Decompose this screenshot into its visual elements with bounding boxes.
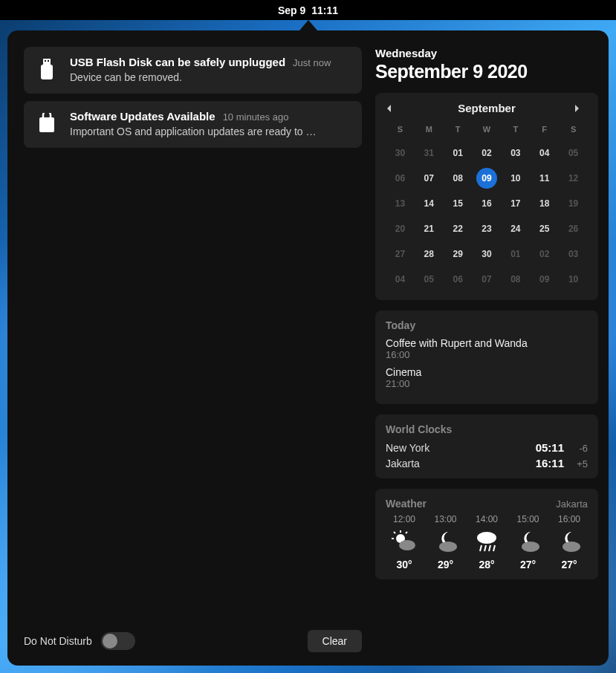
event-title: Cinema — [386, 366, 588, 378]
calendar-day[interactable]: 08 — [444, 166, 473, 190]
topbar-time[interactable]: 11:11 — [311, 4, 338, 16]
calendar-day[interactable]: 11 — [530, 166, 559, 190]
clear-button[interactable]: Clear — [308, 630, 362, 652]
svg-rect-2 — [48, 60, 49, 62]
forecast-temp: 27° — [561, 559, 577, 570]
weather-forecast: 12:0030°13:0029°14:0028°15:0027°16:0027° — [386, 514, 588, 570]
calendar-prev-button[interactable] — [386, 104, 401, 113]
weather-card[interactable]: Weather Jakarta 12:0030°13:0029°14:0028°… — [375, 489, 598, 579]
calendar-day[interactable]: 09 — [530, 267, 559, 291]
date-full: September 9 2020 — [375, 61, 598, 82]
svg-point-10 — [399, 540, 415, 550]
calendar-pane: Wednesday September 9 2020 September SMT… — [375, 47, 598, 652]
calendar-day[interactable]: 06 — [444, 267, 473, 291]
calendar-day[interactable]: 05 — [559, 141, 588, 165]
calendar-day[interactable]: 04 — [386, 267, 415, 291]
forecast-time: 13:00 — [434, 514, 456, 524]
weather-night-cloud-icon — [557, 529, 582, 554]
calendar-day[interactable]: 07 — [473, 267, 502, 291]
notifications-footer: Do Not Disturb Clear — [24, 624, 362, 652]
event-time: 16:00 — [386, 349, 588, 360]
forecast-temp: 30° — [396, 559, 412, 570]
notification-title: USB Flash Disk can be safely unplugged — [70, 56, 285, 68]
calendar-day[interactable]: 14 — [415, 192, 444, 215]
forecast-item: 15:0027° — [510, 514, 547, 570]
world-clock-row[interactable]: New York05:11-6 — [386, 441, 588, 454]
calendar-day[interactable]: 28 — [415, 242, 444, 266]
calendar-month-label: September — [458, 102, 516, 114]
event-item[interactable]: Cinema21:00 — [386, 366, 588, 389]
forecast-item: 13:0029° — [427, 514, 464, 570]
calendar-day[interactable]: 19 — [559, 192, 588, 215]
world-clocks-title: World Clocks — [386, 423, 588, 435]
calendar-day[interactable]: 22 — [444, 217, 473, 241]
calendar-day[interactable]: 24 — [501, 217, 530, 241]
world-clock-time: 05:11 — [536, 441, 564, 454]
calendar-day[interactable]: 25 — [530, 217, 559, 241]
calendar-day[interactable]: 01 — [444, 141, 473, 165]
calendar-day[interactable]: 27 — [386, 242, 415, 266]
svg-line-14 — [484, 545, 486, 551]
calendar-day[interactable]: 04 — [530, 141, 559, 165]
forecast-time: 16:00 — [558, 514, 580, 524]
calendar-day[interactable]: 16 — [473, 192, 502, 215]
calendar-day[interactable]: 07 — [415, 166, 444, 190]
forecast-temp: 27° — [520, 559, 536, 570]
calendar-day[interactable]: 20 — [386, 217, 415, 241]
calendar-dow-header: S — [386, 122, 415, 140]
calendar-day[interactable]: 10 — [501, 166, 530, 190]
calendar-day[interactable]: 02 — [530, 242, 559, 266]
world-clock-row[interactable]: Jakarta16:11+5 — [386, 457, 588, 469]
chevron-right-icon — [573, 104, 580, 113]
calendar-day[interactable]: 15 — [444, 192, 473, 215]
notification-timestamp: 10 minutes ago — [223, 111, 289, 123]
calendar-day[interactable]: 30 — [473, 242, 502, 266]
svg-line-15 — [489, 545, 490, 551]
world-clock-city: Jakarta — [386, 458, 536, 469]
notification-message: Important OS and application updates are… — [70, 126, 351, 137]
calendar-day[interactable]: 02 — [473, 141, 502, 165]
popover-arrow — [299, 20, 317, 30]
world-clock-city: New York — [386, 442, 536, 454]
calendar-day[interactable]: 26 — [559, 217, 588, 241]
calendar-day[interactable]: 03 — [559, 242, 588, 266]
calendar-day[interactable]: 08 — [501, 267, 530, 291]
calendar-day[interactable]: 23 — [473, 217, 502, 241]
calendar-day[interactable]: 18 — [530, 192, 559, 215]
calendar-grid: SMTWTFS303101020304050607080910111213141… — [386, 122, 588, 291]
calendar-day[interactable]: 13 — [386, 192, 415, 215]
calendar-day[interactable]: 30 — [386, 141, 415, 165]
events-card[interactable]: Today Coffee with Rupert and Wanda16:00C… — [375, 311, 598, 404]
calendar-day-today[interactable]: 09 — [473, 166, 502, 190]
svg-line-16 — [493, 545, 495, 551]
topbar-date[interactable]: Sep 9 — [278, 4, 305, 16]
calendar-dow-header: T — [444, 122, 473, 140]
svg-point-17 — [522, 542, 539, 552]
world-clocks-card[interactable]: World Clocks New York05:11-6Jakarta16:11… — [375, 414, 598, 478]
notification-item[interactable]: USB Flash Disk can be safely unpluggedJu… — [24, 47, 362, 94]
svg-rect-4 — [39, 117, 54, 132]
calendar-day[interactable]: 01 — [501, 242, 530, 266]
event-item[interactable]: Coffee with Rupert and Wanda16:00 — [386, 337, 588, 360]
calendar-dow-header: F — [530, 122, 559, 140]
forecast-time: 14:00 — [476, 514, 498, 524]
weather-title: Weather — [386, 498, 427, 510]
events-title: Today — [386, 319, 588, 331]
calendar-day[interactable]: 10 — [559, 267, 588, 291]
calendar-day[interactable]: 21 — [415, 217, 444, 241]
world-clock-offset: -6 — [571, 443, 588, 454]
weather-rain-icon — [474, 529, 499, 554]
notification-item[interactable]: Software Updates Available10 minutes ago… — [24, 101, 362, 148]
calendar-day[interactable]: 17 — [501, 192, 530, 215]
calendar-day[interactable]: 31 — [415, 141, 444, 165]
calendar-day[interactable]: 03 — [501, 141, 530, 165]
calendar-day[interactable]: 05 — [415, 267, 444, 291]
calendar-day[interactable]: 29 — [444, 242, 473, 266]
dnd-toggle[interactable] — [101, 632, 135, 650]
svg-rect-1 — [45, 60, 46, 62]
calendar-next-button[interactable] — [573, 104, 588, 113]
svg-point-12 — [477, 532, 496, 544]
calendar-day[interactable]: 12 — [559, 166, 588, 190]
date-dayofweek: Wednesday — [375, 47, 598, 59]
calendar-day[interactable]: 06 — [386, 166, 415, 190]
